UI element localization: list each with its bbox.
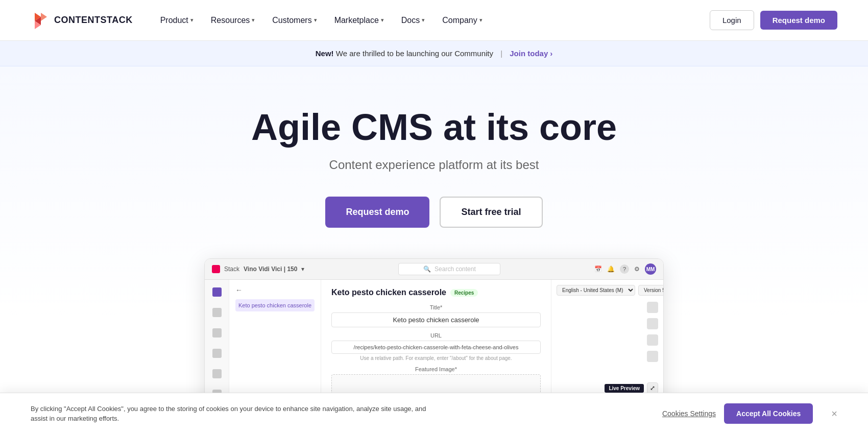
hero-subtitle: Content experience platform at its best	[31, 158, 837, 172]
cookies-settings-button[interactable]: Cookies Settings	[662, 409, 716, 418]
join-today-link[interactable]: Join today ›	[510, 49, 552, 58]
editor-entry-title: Keto pesto chicken casserole	[331, 288, 446, 297]
nav-links: Product ▾ Resources ▾ Customers ▾ Market…	[153, 12, 490, 29]
field-url-hint: Use a relative path. For example, enter …	[331, 355, 541, 361]
hero-ctas: Request demo Start free trial	[31, 197, 837, 228]
arrow-right-icon: ›	[550, 49, 552, 58]
calendar-icon[interactable]: 📅	[594, 266, 602, 273]
close-cookie-banner-button[interactable]: ×	[831, 408, 837, 420]
dropdown-icon[interactable]: ▾	[301, 266, 304, 273]
announcement-banner: New! We are thrilled to be launching our…	[0, 41, 868, 66]
logo[interactable]: CONTENTSTACK	[31, 11, 133, 30]
chevron-down-icon: ▾	[381, 17, 384, 23]
settings-icon[interactable]: ⚙	[634, 266, 640, 273]
locale-select[interactable]: English - United States (M)	[557, 285, 635, 296]
brand-name: CONTENTSTACK	[54, 15, 133, 26]
field-title-value[interactable]: Keto pesto chicken casserole	[331, 312, 541, 327]
stack-name: Vino Vidi Vici | 150	[244, 266, 297, 273]
sidebar-home-icon[interactable]	[211, 286, 223, 298]
cookie-text: By clicking "Accept All Cookies", you ag…	[31, 404, 439, 424]
nav-item-customers[interactable]: Customers ▾	[265, 12, 324, 29]
chevron-down-icon: ▾	[190, 17, 194, 23]
locale-version-selects: English - United States (M) Version 5 La…	[557, 285, 658, 296]
editor-header: Keto pesto chicken casserole Recipes	[331, 288, 541, 297]
notification-icon[interactable]: 🔔	[607, 266, 615, 273]
chevron-down-icon: ▾	[479, 17, 483, 23]
entry-type-badge: Recipes	[450, 289, 478, 297]
navbar-right: Login Request demo	[710, 10, 837, 30]
sidebar-assets-icon[interactable]	[211, 327, 223, 339]
announcement-text: We are thrilled to be launching our Comm…	[336, 49, 493, 58]
hero-title: Agile CMS at its core	[31, 107, 837, 148]
nav-item-product[interactable]: Product ▾	[153, 12, 201, 29]
stack-label: Stack	[224, 266, 239, 273]
chevron-down-icon: ▾	[422, 17, 425, 23]
panel-icon-2[interactable]	[647, 318, 658, 329]
login-button[interactable]: Login	[710, 10, 754, 30]
help-icon[interactable]: ?	[620, 264, 629, 274]
field-url-value[interactable]: /recipes/keto-pesto-chicken-casserole-wi…	[331, 341, 541, 354]
announcement-prefix: New!	[316, 49, 334, 58]
content-list-header: ←	[235, 286, 315, 294]
logo-icon	[31, 11, 50, 30]
panel-icon-4[interactable]	[647, 351, 658, 362]
chevron-down-icon: ▾	[314, 17, 317, 23]
hero-start-trial-button[interactable]: Start free trial	[440, 197, 542, 228]
avatar[interactable]: MM	[645, 263, 656, 275]
navbar: CONTENTSTACK Product ▾ Resources ▾ Custo…	[0, 0, 868, 41]
svg-marker-4	[41, 13, 47, 21]
hero-request-demo-button[interactable]: Request demo	[325, 197, 429, 228]
nav-item-docs[interactable]: Docs ▾	[394, 12, 432, 29]
cookie-banner: By clicking "Accept All Cookies", you ag…	[0, 393, 868, 434]
cookie-actions: Cookies Settings Accept All Cookies ×	[662, 403, 837, 424]
live-preview-expand-button[interactable]: ⤢	[647, 382, 658, 394]
live-preview-bar: Live Preview ⤢	[557, 362, 658, 394]
right-panel-icons	[557, 302, 658, 362]
app-search-bar[interactable]: 🔍 Search content	[398, 263, 500, 275]
field-image-placeholder[interactable]	[331, 374, 541, 395]
live-preview-badge: Live Preview	[605, 384, 644, 393]
entry-title: Keto pesto chicken casserole	[238, 302, 311, 308]
nav-item-marketplace[interactable]: Marketplace ▾	[327, 12, 391, 29]
chevron-down-icon: ▾	[252, 17, 255, 23]
sidebar-globe-icon[interactable]	[211, 368, 223, 380]
request-demo-button[interactable]: Request demo	[760, 11, 837, 30]
hero-section: Agile CMS at its core Content experience…	[0, 66, 868, 434]
nav-item-resources[interactable]: Resources ▾	[204, 12, 262, 29]
panel-icon-1[interactable]	[647, 302, 658, 313]
content-list-item[interactable]: Keto pesto chicken casserole	[235, 299, 315, 311]
navbar-left: CONTENTSTACK Product ▾ Resources ▾ Custo…	[31, 11, 490, 30]
nav-item-company[interactable]: Company ▾	[435, 12, 489, 29]
announcement-separator: |	[500, 49, 502, 58]
app-topbar: Stack Vino Vidi Vici | 150 ▾ 🔍 Search co…	[205, 259, 663, 280]
field-image-label: Featured Image*	[331, 366, 541, 372]
app-topbar-right: 📅 🔔 ? ⚙ MM	[594, 263, 656, 275]
panel-icon-3[interactable]	[647, 334, 658, 346]
app-logo-icon	[212, 265, 220, 273]
back-arrow-icon[interactable]: ←	[235, 286, 243, 294]
version-select[interactable]: Version 5	[638, 285, 664, 296]
sidebar-content-icon[interactable]	[211, 306, 223, 319]
search-icon: 🔍	[423, 266, 431, 273]
sidebar-settings-icon[interactable]	[211, 347, 223, 359]
search-placeholder: Search content	[435, 266, 476, 273]
field-url-label: URL	[331, 332, 541, 339]
app-topbar-left: Stack Vino Vidi Vici | 150 ▾	[212, 265, 304, 273]
accept-all-cookies-button[interactable]: Accept All Cookies	[724, 403, 813, 424]
field-title-label: Title*	[331, 304, 541, 310]
app-topbar-center: 🔍 Search content	[398, 263, 500, 275]
